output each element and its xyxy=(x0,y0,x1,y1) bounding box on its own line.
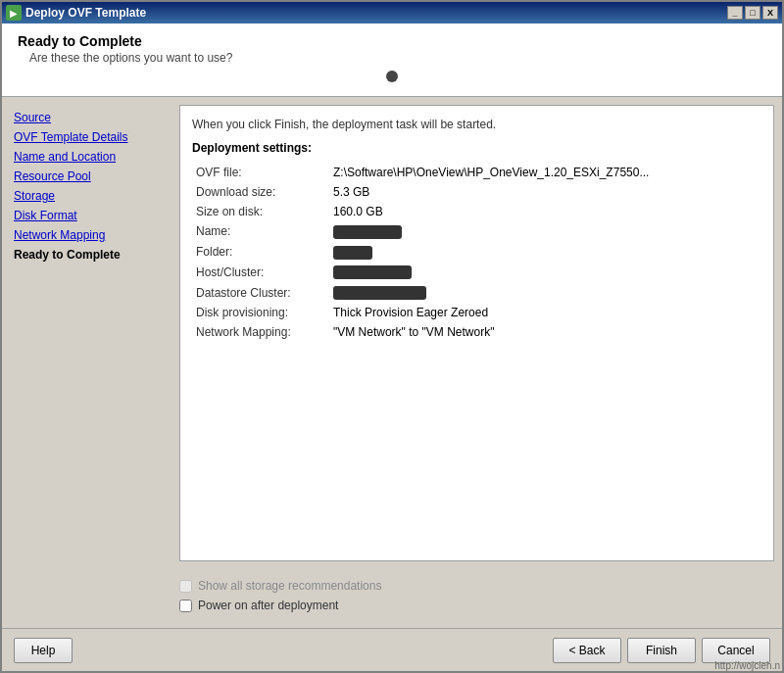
field-value: Thick Provision Eager Zeroed xyxy=(329,303,761,322)
content-area: When you click Finish, the deployment ta… xyxy=(179,105,774,620)
field-label: Disk provisioning: xyxy=(192,303,329,322)
minimize-button[interactable]: _ xyxy=(727,6,743,20)
checkbox-show-all-storage-recommendations xyxy=(179,580,192,593)
cancel-button[interactable]: Cancel xyxy=(702,638,770,663)
content-intro: When you click Finish, the deployment ta… xyxy=(192,118,761,131)
table-row: Host/Cluster: xyxy=(192,263,761,283)
app-icon: ▶ xyxy=(6,5,22,21)
page-title: Ready to Complete xyxy=(18,33,766,49)
sidebar-item-source[interactable]: Source xyxy=(10,109,172,126)
field-value xyxy=(329,263,761,283)
sidebar-item-ovf-template-details[interactable]: OVF Template Details xyxy=(10,128,172,146)
back-button[interactable]: < Back xyxy=(553,638,621,663)
settings-table: OVF file:Z:\Software\HP\OneView\HP_OneVi… xyxy=(192,163,761,342)
content-box: When you click Finish, the deployment ta… xyxy=(179,105,774,561)
field-value xyxy=(329,282,761,303)
checkbox-label: Show all storage recommendations xyxy=(198,579,381,593)
checkbox-label: Power on after deployment xyxy=(198,599,338,612)
sidebar-item-storage[interactable]: Storage xyxy=(10,187,172,205)
field-label: Size on disk: xyxy=(192,202,329,221)
title-bar-buttons: _ □ X xyxy=(727,6,778,20)
table-row: OVF file:Z:\Software\HP\OneView\HP_OneVi… xyxy=(192,163,761,182)
table-row: Network Mapping:"VM Network" to "VM Netw… xyxy=(192,322,761,342)
sidebar-item-resource-pool[interactable]: Resource Pool xyxy=(10,168,172,185)
progress-dot xyxy=(386,71,398,82)
checkbox-area: Show all storage recommendationsPower on… xyxy=(179,571,774,620)
field-label: Folder: xyxy=(192,242,329,263)
table-row: Download size:5.3 GB xyxy=(192,182,761,202)
redacted-value xyxy=(333,286,426,300)
window-title: Deploy OVF Template xyxy=(25,6,146,20)
field-label: Download size: xyxy=(192,182,329,202)
main-area: SourceOVF Template DetailsName and Locat… xyxy=(2,97,782,628)
title-bar: ▶ Deploy OVF Template _ □ X xyxy=(2,2,782,24)
field-value: "VM Network" to "VM Network" xyxy=(329,322,761,342)
footer-left: Help xyxy=(14,638,73,663)
table-row: Size on disk:160.0 GB xyxy=(192,202,761,221)
sidebar-item-ready-to-complete: Ready to Complete xyxy=(10,246,172,264)
field-label: Name: xyxy=(192,221,329,242)
sidebar-item-disk-format[interactable]: Disk Format xyxy=(10,207,172,224)
table-row: Folder: xyxy=(192,242,761,263)
footer-right: < Back Finish Cancel xyxy=(553,638,770,663)
table-row: Disk provisioning:Thick Provision Eager … xyxy=(192,303,761,322)
sidebar-item-network-mapping[interactable]: Network Mapping xyxy=(10,226,172,244)
finish-button[interactable]: Finish xyxy=(627,638,696,663)
redacted-value xyxy=(333,265,412,279)
watermark: http://wojcieh.n xyxy=(714,660,780,671)
field-label: Datastore Cluster: xyxy=(192,282,329,303)
checkbox-row: Show all storage recommendations xyxy=(179,579,774,593)
main-window: ▶ Deploy OVF Template _ □ X Ready to Com… xyxy=(0,0,784,673)
header-area: Ready to Complete Are these the options … xyxy=(2,24,782,97)
redacted-value xyxy=(333,246,372,260)
redacted-value xyxy=(333,225,402,239)
deployment-settings-label: Deployment settings: xyxy=(192,141,761,155)
field-value xyxy=(329,221,761,242)
sidebar-item-name-and-location[interactable]: Name and Location xyxy=(10,148,172,166)
maximize-button[interactable]: □ xyxy=(745,6,760,20)
footer: Help < Back Finish Cancel xyxy=(2,628,782,671)
checkbox-row: Power on after deployment xyxy=(179,599,774,612)
field-value xyxy=(329,242,761,263)
close-button[interactable]: X xyxy=(762,6,778,20)
field-value: Z:\Software\HP\OneView\HP_OneView_1.20_E… xyxy=(329,163,761,182)
page-subtitle: Are these the options you want to use? xyxy=(29,51,766,65)
field-label: Host/Cluster: xyxy=(192,263,329,283)
checkbox-power-on-after-deployment[interactable] xyxy=(179,600,192,612)
sidebar: SourceOVF Template DetailsName and Locat… xyxy=(10,105,172,620)
field-label: OVF file: xyxy=(192,163,329,182)
window-content: Ready to Complete Are these the options … xyxy=(2,24,782,671)
table-row: Datastore Cluster: xyxy=(192,282,761,303)
table-row: Name: xyxy=(192,221,761,242)
title-bar-left: ▶ Deploy OVF Template xyxy=(6,5,146,21)
field-value: 5.3 GB xyxy=(329,182,761,202)
progress-area xyxy=(18,65,766,84)
field-value: 160.0 GB xyxy=(329,202,761,221)
help-button[interactable]: Help xyxy=(14,638,73,663)
field-label: Network Mapping: xyxy=(192,322,329,342)
